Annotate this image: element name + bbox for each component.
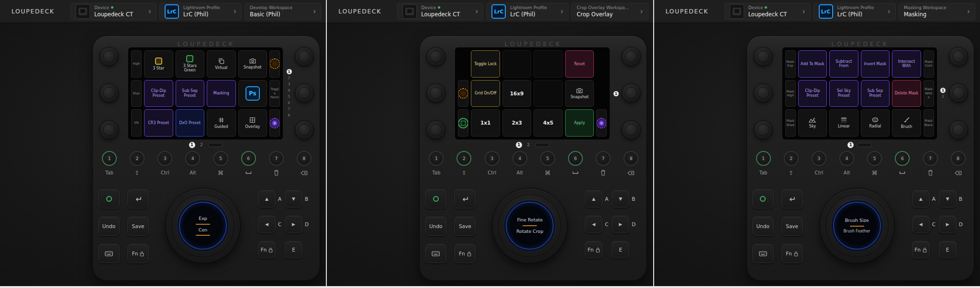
right-knob-2[interactable]	[622, 83, 641, 103]
touch-button[interactable]: CR3 Preset	[144, 109, 173, 137]
rotary-dial[interactable]: Fine RotateRotate Crop	[492, 188, 568, 264]
left-knob-1[interactable]	[754, 47, 773, 66]
left-button[interactable]: ◀	[912, 216, 930, 233]
number-button-5[interactable]: 5	[540, 151, 555, 166]
right-knob-1[interactable]	[949, 47, 968, 66]
workspace-selector[interactable]: Masking WorkspaceMasking›	[899, 3, 975, 20]
screen-page-1[interactable]: 1	[613, 91, 619, 96]
number-button-6[interactable]: 6	[895, 151, 910, 166]
fn-button[interactable]: Fn	[781, 244, 803, 263]
number-button-8[interactable]: 8	[297, 151, 312, 166]
number-button-1[interactable]: 1	[429, 151, 444, 166]
keyboard-button[interactable]	[752, 244, 774, 263]
device-selector[interactable]: DeviceLoupedeck CT›	[70, 3, 156, 20]
device-selector[interactable]: DeviceLoupedeck CT›	[397, 3, 483, 20]
touch-button[interactable]: Virtual	[207, 50, 236, 78]
number-button-2[interactable]: 2	[457, 151, 471, 166]
number-button-4[interactable]: 4	[185, 151, 200, 166]
enter-button[interactable]	[454, 189, 476, 208]
strip-button[interactable]	[269, 109, 280, 137]
up-button[interactable]: ▲	[258, 190, 276, 207]
touch-button[interactable]: Add To Mask	[798, 50, 827, 78]
strip-button[interactable]	[458, 109, 468, 137]
profile-selector[interactable]: LrCLightroom ProfileLrC (Phil)›	[159, 3, 242, 20]
touch-button[interactable]: Delete Mask	[892, 80, 921, 107]
undo-button[interactable]: Undo	[98, 217, 120, 236]
fn-button[interactable]: Fn	[258, 241, 276, 258]
keyboard-button[interactable]	[425, 244, 446, 263]
fn-button[interactable]: Fn	[912, 241, 930, 258]
profile-selector[interactable]: LrCLightroom ProfileLrC (Phil)›	[813, 3, 896, 20]
screen-page-7[interactable]: 7	[287, 106, 292, 112]
touch-button[interactable]: Subtract From	[829, 50, 858, 78]
left-knob-3[interactable]	[426, 120, 445, 139]
left-knob-1[interactable]	[100, 47, 119, 66]
save-button[interactable]: Save	[454, 217, 476, 236]
enter-button[interactable]	[781, 189, 803, 208]
right-button[interactable]: ▶	[612, 216, 629, 233]
right-knob-2[interactable]	[295, 83, 314, 103]
number-button-1[interactable]: 1	[102, 151, 117, 166]
save-button[interactable]: Save	[127, 217, 149, 236]
home-button[interactable]	[752, 189, 774, 208]
save-button[interactable]: Save	[781, 217, 803, 236]
touch-button[interactable]: Linear	[829, 109, 858, 137]
left-knob-2[interactable]	[426, 83, 445, 103]
touch-button[interactable]: Radial	[861, 109, 890, 137]
fn-button[interactable]: Fn	[454, 244, 476, 263]
touch-button[interactable]: Toggle Lock	[471, 50, 500, 78]
pager-page-1[interactable]: 1	[189, 142, 195, 148]
undo-button[interactable]: Undo	[425, 217, 446, 236]
strip-button[interactable]: Mask Exp	[785, 50, 796, 78]
fn-button[interactable]: Fn	[585, 241, 602, 258]
strip-button[interactable]: Shar	[131, 80, 142, 107]
right-button[interactable]: ▶	[939, 216, 957, 233]
right-knob-3[interactable]	[949, 120, 968, 139]
right-knob-1[interactable]	[622, 47, 641, 66]
workspace-selector[interactable]: Develop WorkspaceBasic (Phil)›	[245, 3, 321, 20]
undo-button[interactable]: Undo	[752, 217, 774, 236]
number-button-2[interactable]: 2	[130, 151, 145, 166]
touch-button[interactable]: Ps	[238, 80, 267, 107]
touch-button[interactable]: Snapshot	[565, 80, 594, 107]
workspace-selector[interactable]: Crop Overlay Workspa...Crop Overlay›	[571, 3, 648, 20]
number-button-8[interactable]: 8	[624, 151, 638, 166]
touch-button[interactable]: Brush	[892, 109, 921, 137]
number-button-3[interactable]: 3	[812, 151, 826, 166]
right-knob-1[interactable]	[295, 47, 314, 66]
right-knob-2[interactable]	[949, 83, 968, 103]
screen-page-1[interactable]: 1	[287, 69, 292, 74]
touch-button[interactable]: Invert Mask	[861, 50, 890, 78]
rotary-dial[interactable]: Brush SizeBrush Feather	[819, 188, 895, 264]
number-button-4[interactable]: 4	[839, 151, 854, 166]
up-button[interactable]: ▲	[585, 190, 602, 207]
screen-page-8[interactable]: 8	[287, 113, 292, 118]
left-knob-3[interactable]	[100, 120, 119, 139]
touch-button[interactable]: DxO Preset	[176, 109, 205, 137]
pager-page-2[interactable]: 2	[525, 142, 532, 148]
device-selector[interactable]: DeviceLoupedeck CT›	[724, 3, 811, 20]
right-button[interactable]: ▶	[285, 216, 302, 233]
e-button[interactable]: E	[612, 241, 629, 258]
number-button-5[interactable]: 5	[213, 151, 228, 166]
down-button[interactable]: ▼	[939, 190, 957, 207]
down-button[interactable]: ▼	[612, 190, 629, 207]
screen-page-6[interactable]: 6	[287, 100, 292, 105]
keyboard-button[interactable]	[98, 244, 120, 263]
left-button[interactable]: ◀	[585, 216, 602, 233]
strip-button[interactable]	[269, 50, 280, 78]
touch-button[interactable]: Guided	[207, 109, 236, 137]
number-button-1[interactable]: 1	[756, 151, 771, 166]
strip-button[interactable]	[596, 109, 607, 137]
touch-button[interactable]: Sub Sep Preset	[861, 80, 890, 107]
strip-button[interactable]: Mask Black	[924, 109, 934, 137]
strip-button[interactable]: Mask White	[924, 80, 934, 107]
touch-button[interactable]: Masking	[207, 80, 236, 107]
touch-button[interactable]: Clip-Dip Preset	[798, 80, 827, 107]
left-knob-2[interactable]	[754, 83, 773, 103]
enter-button[interactable]	[127, 189, 149, 208]
touch-button[interactable]: Sel Sky Preset	[829, 80, 858, 107]
strip-button[interactable]: Mask Shad	[785, 109, 796, 137]
strip-button[interactable]: Vib	[131, 109, 142, 137]
touch-button[interactable]: Clip-Dip Preset	[144, 80, 173, 107]
